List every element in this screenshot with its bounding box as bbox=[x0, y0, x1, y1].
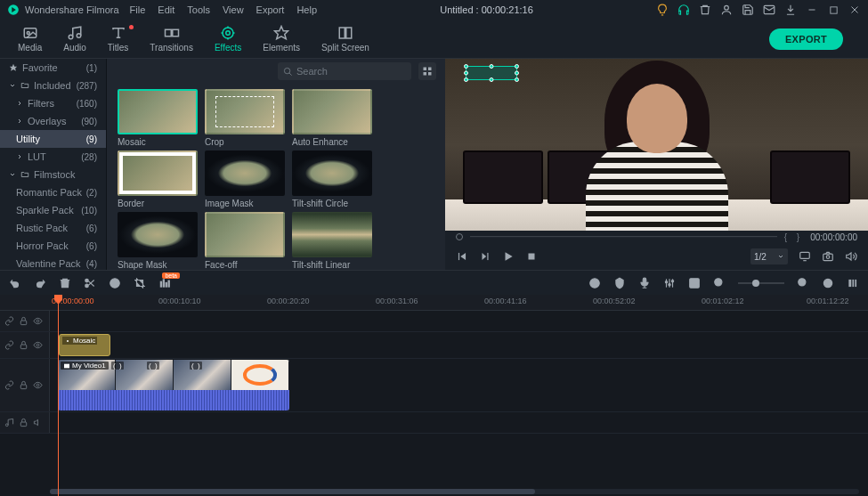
scrub-track[interactable] bbox=[470, 236, 777, 238]
undo-icon[interactable] bbox=[9, 277, 21, 289]
play-icon[interactable] bbox=[502, 250, 515, 263]
split-clip-icon[interactable] bbox=[84, 277, 96, 289]
effect-tilt-linear[interactable]: Tilt-shift Linear bbox=[292, 212, 374, 270]
mute-icon[interactable] bbox=[33, 418, 43, 427]
zoom-fit-icon[interactable] bbox=[822, 277, 834, 289]
svg-marker-77 bbox=[34, 419, 37, 425]
sidebar-item-utility[interactable]: Utility(9) bbox=[0, 130, 106, 148]
record-vo-icon[interactable] bbox=[638, 277, 651, 289]
tab-titles[interactable]: Titles bbox=[97, 25, 140, 53]
link-icon[interactable] bbox=[4, 380, 14, 390]
add-track-icon[interactable] bbox=[688, 277, 701, 289]
tab-audio[interactable]: Audio bbox=[53, 25, 97, 53]
menu-export[interactable]: Export bbox=[256, 4, 285, 15]
sidebar-item-filmstock[interactable]: Filmstock bbox=[0, 166, 106, 183]
tab-split-screen[interactable]: Split Screen bbox=[311, 25, 380, 53]
display-icon[interactable] bbox=[799, 250, 811, 263]
music-icon[interactable] bbox=[4, 418, 14, 427]
stop-icon[interactable] bbox=[525, 250, 538, 263]
sidebar-item-favorite[interactable]: Favorite(1) bbox=[0, 59, 106, 77]
view-grid-button[interactable] bbox=[418, 62, 436, 80]
render-icon[interactable] bbox=[588, 277, 601, 289]
lock-icon[interactable] bbox=[19, 340, 28, 350]
tab-effects[interactable]: Effects bbox=[204, 25, 252, 53]
sidebar-item-romantic[interactable]: Romantic Pack(2) bbox=[0, 183, 106, 201]
menu-file[interactable]: File bbox=[130, 4, 146, 15]
effect-shape-mask[interactable]: Shape Mask bbox=[118, 212, 199, 270]
maximize-icon[interactable] bbox=[827, 4, 840, 16]
mosaic-overlay[interactable] bbox=[466, 66, 517, 80]
hint-icon[interactable] bbox=[656, 4, 669, 16]
track-overlay-1[interactable]: Mosaic bbox=[0, 332, 868, 359]
delete-icon[interactable] bbox=[59, 277, 71, 289]
markers-icon[interactable] bbox=[158, 277, 171, 289]
close-icon[interactable] bbox=[848, 4, 861, 16]
effect-face-off[interactable]: Face-off bbox=[205, 212, 287, 270]
menu-view[interactable]: View bbox=[223, 4, 244, 15]
sidebar-item-included[interactable]: Included(287) bbox=[0, 77, 106, 94]
effect-tilt-circle[interactable]: Tilt-shift Circle bbox=[292, 150, 374, 208]
sidebar-item-horror[interactable]: Horror Pack(6) bbox=[0, 237, 106, 255]
trash-icon[interactable] bbox=[699, 4, 711, 16]
manage-tracks-icon[interactable] bbox=[847, 277, 859, 289]
mixer-icon[interactable] bbox=[663, 277, 676, 289]
timeline-scrollbar[interactable] bbox=[50, 489, 859, 494]
eye-icon[interactable] bbox=[33, 316, 43, 326]
zoom-slider[interactable] bbox=[738, 282, 784, 284]
track-video[interactable]: My Video1 ( )( )( ) bbox=[0, 359, 868, 412]
preview-viewport[interactable] bbox=[445, 59, 868, 231]
download-icon[interactable] bbox=[784, 4, 797, 16]
link-icon[interactable] bbox=[4, 340, 14, 350]
zoom-in-icon[interactable] bbox=[797, 277, 809, 289]
menu-edit[interactable]: Edit bbox=[158, 4, 174, 15]
menu-tools[interactable]: Tools bbox=[187, 4, 210, 15]
effect-crop[interactable]: Crop bbox=[205, 89, 287, 147]
search-input[interactable]: Search bbox=[278, 62, 411, 80]
tab-elements[interactable]: Elements bbox=[252, 25, 311, 53]
crop-tool-icon[interactable] bbox=[134, 277, 146, 289]
speed-icon[interactable] bbox=[109, 277, 121, 289]
mail-icon[interactable] bbox=[763, 4, 775, 16]
sidebar-item-valentine[interactable]: Valentine Pack(4) bbox=[0, 255, 106, 270]
tab-media[interactable]: Media bbox=[7, 25, 53, 53]
eye-icon[interactable] bbox=[33, 340, 43, 350]
sidebar-item-filters[interactable]: Filters(160) bbox=[0, 94, 106, 112]
zoom-out-icon[interactable] bbox=[713, 277, 726, 289]
link-icon[interactable] bbox=[4, 316, 14, 326]
menu-help[interactable]: Help bbox=[296, 4, 317, 15]
volume-icon[interactable] bbox=[845, 250, 857, 263]
save-icon[interactable] bbox=[742, 4, 754, 16]
user-icon[interactable] bbox=[720, 4, 733, 16]
scrub-handle[interactable] bbox=[456, 233, 463, 240]
sidebar-item-lut[interactable]: LUT(28) bbox=[0, 148, 106, 166]
tab-transitions[interactable]: Transitions bbox=[139, 25, 204, 53]
playhead[interactable] bbox=[58, 295, 59, 496]
marker-icon[interactable] bbox=[613, 277, 626, 289]
track-overlay-2[interactable] bbox=[0, 311, 868, 332]
sidebar-item-overlays[interactable]: Overlays(90) bbox=[0, 112, 106, 130]
sidebar-item-sparkle[interactable]: Sparkle Pack(10) bbox=[0, 201, 106, 219]
play-in-icon[interactable] bbox=[479, 250, 491, 263]
redo-icon[interactable] bbox=[34, 277, 46, 289]
minimize-icon[interactable] bbox=[806, 4, 818, 16]
preview-scale-select[interactable]: 1/2 bbox=[750, 248, 788, 264]
headset-icon[interactable] bbox=[677, 4, 690, 16]
timeline-ruler[interactable]: 00:00:00:00 00:00:10:10 00:00:20:20 00:0… bbox=[0, 295, 868, 311]
eye-icon[interactable] bbox=[33, 380, 43, 390]
lock-icon[interactable] bbox=[19, 316, 28, 326]
clip-mosaic[interactable]: Mosaic bbox=[59, 334, 110, 356]
export-button[interactable]: EXPORT bbox=[769, 28, 843, 50]
effect-mosaic[interactable]: Mosaic bbox=[118, 89, 199, 147]
effect-auto-enhance[interactable]: Auto Enhance bbox=[292, 89, 374, 147]
prev-frame-icon[interactable] bbox=[456, 250, 468, 263]
sidebar-item-rustic[interactable]: Rustic Pack(6) bbox=[0, 219, 106, 237]
preview-scrub-bar[interactable]: { } 00:00:00:00 bbox=[445, 231, 868, 243]
track-audio[interactable] bbox=[0, 412, 868, 434]
effect-image-mask[interactable]: Image Mask bbox=[205, 150, 287, 208]
clip-video[interactable]: My Video1 ( )( )( ) bbox=[58, 360, 289, 411]
lock-icon[interactable] bbox=[19, 380, 28, 390]
snapshot-icon[interactable] bbox=[822, 250, 834, 263]
effect-border[interactable]: Border bbox=[118, 150, 199, 208]
lock-icon[interactable] bbox=[19, 418, 28, 427]
in-out-braces[interactable]: { } bbox=[784, 232, 803, 242]
